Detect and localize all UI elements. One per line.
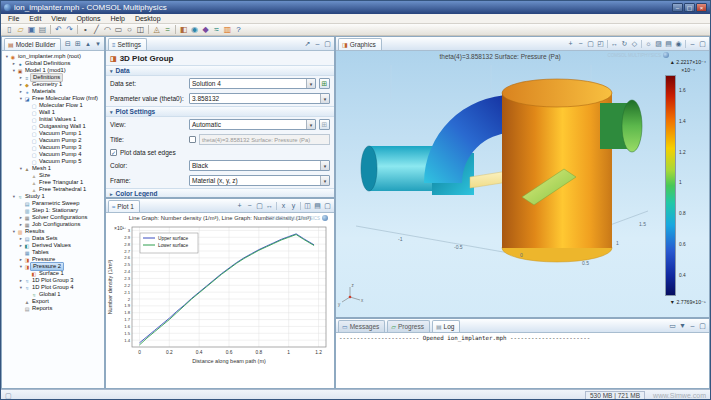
minimize-panel-icon[interactable]: – [688, 321, 697, 330]
section-data[interactable]: ▾ Data [106, 65, 334, 76]
draw-point-icon[interactable]: • [80, 24, 91, 35]
tree-node[interactable]: ◧Surface 1 [2, 270, 104, 277]
tree-node[interactable]: ▲Size [2, 172, 104, 179]
close-window-button[interactable]: × [696, 3, 707, 12]
zoom-box-icon[interactable]: ◰ [596, 39, 605, 48]
collapse-all-icon[interactable]: ⊟ [63, 39, 72, 48]
maximize-panel-icon[interactable]: ▢ [323, 201, 332, 210]
menu-file[interactable]: File [3, 15, 24, 22]
line-chart[interactable]: 1.41.51.61.71.81.922.12.22.32.42.52.62.7… [106, 221, 334, 373]
tree-node[interactable]: ▤Reports [2, 305, 104, 312]
3d-scene[interactable]: theta(4)=3.858132 Surface: Pressure (Pa)… [336, 51, 709, 318]
zoom-in-icon[interactable]: + [235, 201, 244, 210]
frame-select[interactable]: Material (x, y, z) ▾ [189, 175, 330, 186]
compute-icon[interactable]: = [162, 24, 173, 35]
rotate-icon[interactable]: ↻ [620, 39, 629, 48]
print-plot-icon[interactable]: ▤ [313, 201, 322, 210]
menu-desktop[interactable]: Desktop [130, 15, 166, 22]
tree-node[interactable]: ▥Step 1: Stationary [2, 207, 104, 214]
tab-progress[interactable]: ▱Progress [387, 320, 430, 332]
view-select[interactable]: Automatic ▾ [189, 119, 316, 130]
tree-node[interactable]: ▢Vacuum Pump 5 [2, 158, 104, 165]
help-icon[interactable]: ? [233, 24, 244, 35]
section-plot-settings[interactable]: ▾ Plot Settings [106, 106, 334, 117]
dataset-select[interactable]: Solution 4 ▾ [189, 78, 316, 89]
build-mesh-icon[interactable]: ◬ [151, 24, 162, 35]
undo-icon[interactable]: ↶ [53, 24, 64, 35]
tree-node[interactable]: ▢Molecular Flow 1 [2, 102, 104, 109]
move-down-icon[interactable]: ▾ [93, 39, 102, 48]
save-icon[interactable]: ▣ [26, 24, 37, 35]
tree-node[interactable]: ▸●Global Definitions [2, 60, 104, 67]
zoom-out-icon[interactable]: − [576, 39, 585, 48]
draw-circle-icon[interactable]: ○ [124, 24, 135, 35]
y-log-scale-icon[interactable]: y [289, 201, 298, 210]
tree-node[interactable]: ▢Outgassing Wall 1 [2, 123, 104, 130]
minimize-panel-icon[interactable]: – [688, 39, 697, 48]
tree-node[interactable]: ▢Vacuum Pump 4 [2, 151, 104, 158]
tree-node[interactable]: ▸◧Derived Values [2, 242, 104, 249]
x-log-scale-icon[interactable]: x [279, 201, 288, 210]
menu-view[interactable]: View [46, 15, 71, 22]
transparency-icon[interactable]: ▨ [654, 39, 663, 48]
tree-node[interactable]: ▢Vacuum Pump 3 [2, 144, 104, 151]
boolean-union-icon[interactable]: ◫ [135, 24, 146, 35]
expand-all-icon[interactable]: ⊞ [73, 39, 82, 48]
tab-settings[interactable]: ≡ Settings [108, 38, 147, 50]
tree-node[interactable]: ≈Global 1 [2, 291, 104, 298]
minimize-panel-icon[interactable]: – [313, 39, 322, 48]
tab-graphics[interactable]: ◨ Graphics [338, 38, 382, 50]
menu-help[interactable]: Help [106, 15, 130, 22]
edge-color-select[interactable]: Black ▾ [189, 160, 330, 171]
zoom-extents-icon[interactable]: ▢ [255, 201, 264, 210]
title-checkbox[interactable] [189, 136, 196, 143]
zoom-in-icon[interactable]: + [566, 39, 575, 48]
draw-line-icon[interactable]: ╱ [91, 24, 102, 35]
menu-options[interactable]: Options [71, 15, 105, 22]
physics-view-icon[interactable]: ◆ [200, 24, 211, 35]
go-to-view-button[interactable]: ⊞ [319, 119, 330, 130]
tree-node[interactable]: ▾▥Results [2, 228, 104, 235]
pan-icon[interactable]: ↔ [610, 39, 619, 48]
redo-icon[interactable]: ↷ [64, 24, 75, 35]
switch-dataset-button[interactable]: ⊞ [319, 78, 330, 89]
open-file-icon[interactable]: ▱ [15, 24, 26, 35]
clear-log-icon[interactable]: ▭ [668, 321, 677, 330]
plot-dataset-edges-checkbox[interactable]: ✓ [110, 149, 117, 156]
maximize-panel-icon[interactable]: ▢ [323, 39, 332, 48]
tree-node[interactable]: ▲Free Tetrahedral 1 [2, 186, 104, 193]
maximize-panel-icon[interactable]: ▢ [698, 321, 707, 330]
tree-node[interactable]: ▾≈Study 1 [2, 193, 104, 200]
tree-node[interactable]: ▾◪Free Molecular Flow (fmf) [2, 95, 104, 102]
tree-node[interactable]: ▸◆Geometry 1 [2, 81, 104, 88]
draw-arc-icon[interactable]: ◠ [102, 24, 113, 35]
print-icon[interactable]: ▤ [37, 24, 48, 35]
tree-node[interactable]: ▸▦Job Configurations [2, 221, 104, 228]
geometry-view-icon[interactable]: ◧ [178, 24, 189, 35]
tree-node[interactable]: ▦Tables [2, 249, 104, 256]
image-snapshot-icon[interactable]: ◉ [674, 39, 683, 48]
tree-node[interactable]: ▾◉ion_implanter.mph (root) [2, 53, 104, 60]
print-graphics-icon[interactable]: ▤ [664, 39, 673, 48]
materials-view-icon[interactable]: ◉ [189, 24, 200, 35]
zoom-out-icon[interactable]: − [245, 201, 254, 210]
new-file-icon[interactable]: ▯ [4, 24, 15, 35]
tab-model-builder[interactable]: ▤ Model Builder [4, 38, 61, 50]
tree-node[interactable]: ▤Parametric Sweep [2, 200, 104, 207]
tree-node[interactable]: ▾≈1D Plot Group 4 [2, 284, 104, 291]
results-view-icon[interactable]: ▥ [222, 24, 233, 35]
tree-node[interactable]: ▾▲Mesh 1 [2, 165, 104, 172]
tree-node[interactable]: ▸▤Data Sets [2, 235, 104, 242]
section-color-legend[interactable]: ▸ Color Legend [106, 188, 334, 198]
minimize-window-button[interactable]: – [672, 3, 683, 12]
tree-node[interactable]: ▢Vacuum Pump 1 [2, 130, 104, 137]
scroll-to-end-icon[interactable]: ▼ [678, 321, 687, 330]
tree-node[interactable]: ▲Free Triangular 1 [2, 179, 104, 186]
copy-image-icon[interactable]: ◫ [303, 201, 312, 210]
tree-node[interactable]: ▾◨Pressure 2 [2, 263, 104, 270]
tree-node[interactable]: ▸●Materials [2, 88, 104, 95]
tree-node[interactable]: ▢Initial Values 1 [2, 116, 104, 123]
move-up-icon[interactable]: ▴ [83, 39, 92, 48]
tree-node[interactable]: ▢Wall 1 [2, 109, 104, 116]
menu-edit[interactable]: Edit [24, 15, 46, 22]
